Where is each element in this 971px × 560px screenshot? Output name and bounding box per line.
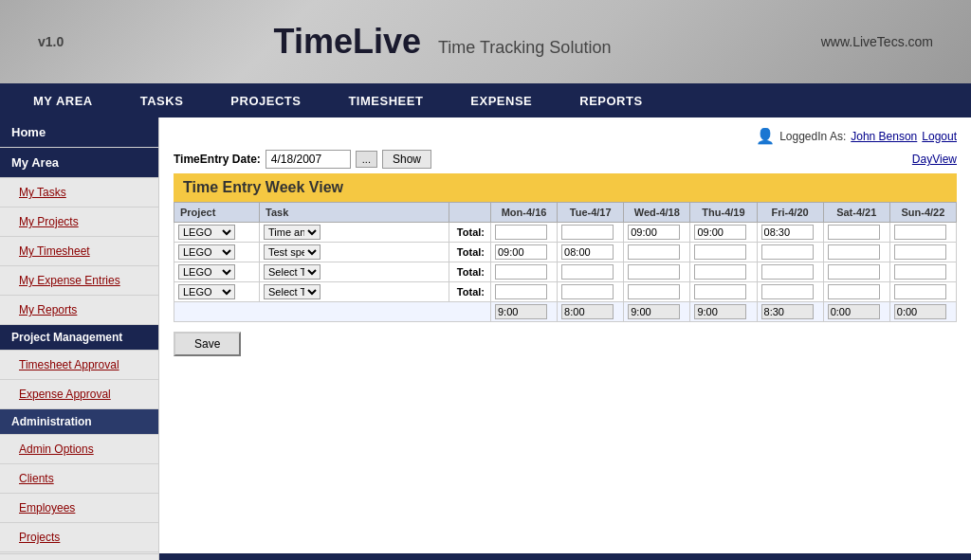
total-wed-input <box>628 304 680 319</box>
sidebar-my-tasks[interactable]: My Tasks <box>0 178 158 208</box>
table-row: LEGO Time and resource plan Total: <box>174 223 957 243</box>
user-name-link[interactable]: John Benson <box>851 130 917 143</box>
sidebar-home[interactable]: Home <box>0 117 158 148</box>
fri-input[interactable] <box>761 264 814 280</box>
fri-input[interactable] <box>761 244 814 260</box>
task-select[interactable]: Select Tasks <box>264 264 321 280</box>
calendar-button[interactable]: ... <box>356 151 377 168</box>
sun-cell <box>889 282 956 302</box>
date-bar: TimeEntry Date: ... Show DayView <box>174 150 957 169</box>
total-tue-input <box>561 304 614 319</box>
time-entry-table: Project Task Mon-4/16 Tue-4/17 Wed-4/18 … <box>174 202 957 322</box>
sun-input[interactable] <box>894 225 946 240</box>
sidebar-my-timesheet[interactable]: My Timesheet <box>0 237 158 266</box>
wed-input[interactable] <box>628 244 680 260</box>
sidebar: Home My Area My Tasks My Projects My Tim… <box>0 117 159 553</box>
project-cell: LEGO <box>174 223 260 243</box>
sidebar-timesheet-approval[interactable]: Timesheet Approval <box>0 351 158 380</box>
col-mon: Mon-4/16 <box>490 203 557 223</box>
mon-input[interactable] <box>495 264 547 280</box>
col-sun: Sun-4/22 <box>889 203 956 223</box>
tue-input[interactable] <box>561 244 614 260</box>
sat-input[interactable] <box>828 264 880 280</box>
project-select[interactable]: LEGO <box>178 225 235 240</box>
total-label: Total: <box>449 262 491 282</box>
sat-input[interactable] <box>828 244 880 260</box>
wed-input[interactable] <box>628 284 680 299</box>
main-navbar: MY AREA TASKS PROJECTS TIMESHEET EXPENSE… <box>0 83 971 117</box>
nav-tasks[interactable]: TASKS <box>117 83 208 117</box>
mon-input[interactable] <box>495 225 547 240</box>
sidebar-employees[interactable]: Employees <box>0 494 158 523</box>
total-wed <box>624 302 690 322</box>
col-tue: Tue-4/17 <box>558 203 624 223</box>
tue-input[interactable] <box>561 264 614 280</box>
thu-input[interactable] <box>694 225 746 240</box>
sat-cell <box>823 282 889 302</box>
top-bar: 👤 LoggedIn As: John Benson Logout <box>174 127 957 145</box>
tue-cell <box>558 262 624 282</box>
thu-input[interactable] <box>694 264 746 280</box>
time-entry-header: Time Entry Week View <box>174 173 957 202</box>
task-select[interactable]: Time and resource plan <box>264 225 321 240</box>
fri-input[interactable] <box>761 225 814 240</box>
sidebar-projects[interactable]: Projects <box>0 523 158 552</box>
total-sun <box>889 302 956 322</box>
mon-input[interactable] <box>495 244 547 260</box>
wed-cell <box>624 262 690 282</box>
task-select[interactable]: Test specification and plan <box>264 244 321 260</box>
wed-cell <box>624 243 690 262</box>
mon-cell <box>490 223 557 243</box>
tue-input[interactable] <box>561 225 614 240</box>
wed-input[interactable] <box>628 225 680 240</box>
day-view-link[interactable]: DayView <box>912 153 957 166</box>
show-button[interactable]: Show <box>382 150 431 169</box>
sun-cell <box>889 223 956 243</box>
sidebar-clients[interactable]: Clients <box>0 464 158 494</box>
thu-cell <box>690 262 757 282</box>
nav-projects[interactable]: PROJECTS <box>207 83 324 117</box>
nav-expense[interactable]: EXPENSE <box>447 83 556 117</box>
sat-input[interactable] <box>828 284 880 299</box>
wed-input[interactable] <box>628 264 680 280</box>
project-select[interactable]: LEGO <box>178 264 235 280</box>
save-button[interactable]: Save <box>174 332 241 356</box>
total-tue <box>558 302 624 322</box>
col-fri: Fri-4/20 <box>757 203 823 223</box>
col-sat: Sat-4/21 <box>823 203 889 223</box>
wed-cell <box>624 282 690 302</box>
sidebar-expense-approval[interactable]: Expense Approval <box>0 380 158 409</box>
sidebar-administration: Administration <box>0 409 158 435</box>
mon-input[interactable] <box>495 284 547 299</box>
thu-cell <box>690 243 757 262</box>
thu-input[interactable] <box>694 244 746 260</box>
fri-input[interactable] <box>761 284 814 299</box>
sun-input[interactable] <box>894 264 946 280</box>
nav-reports[interactable]: REPORTS <box>556 83 666 117</box>
fri-cell <box>757 262 823 282</box>
fri-cell <box>757 243 823 262</box>
sun-cell <box>889 262 956 282</box>
app-title: TimeLive Time Tracking Solution <box>274 22 612 62</box>
sun-input[interactable] <box>894 244 946 260</box>
sidebar-my-reports[interactable]: My Reports <box>0 296 158 325</box>
thu-input[interactable] <box>694 284 746 299</box>
nav-timesheet[interactable]: TIMESHEET <box>324 83 447 117</box>
sat-input[interactable] <box>828 225 880 240</box>
task-select[interactable]: Select Tasks <box>264 284 321 299</box>
date-input[interactable] <box>266 150 351 169</box>
footer-wrapper: Powered by ASP.net 2.0 🏁 Privacy Policy … <box>0 553 971 560</box>
task-cell: Time and resource plan <box>260 223 449 243</box>
logout-link[interactable]: Logout <box>922 130 957 143</box>
sidebar-my-projects[interactable]: My Projects <box>0 208 158 237</box>
footer: Privacy Policy | Terms of Use | Contact … <box>159 553 971 560</box>
sun-input[interactable] <box>894 284 946 299</box>
sidebar-admin-options[interactable]: Admin Options <box>0 435 158 464</box>
nav-my-area[interactable]: MY AREA <box>9 83 117 117</box>
tue-cell <box>558 223 624 243</box>
sidebar-my-expense-entries[interactable]: My Expense Entries <box>0 266 158 296</box>
tue-input[interactable] <box>561 284 614 299</box>
sidebar-my-area[interactable]: My Area <box>0 148 158 178</box>
project-select[interactable]: LEGO <box>178 244 235 260</box>
project-select[interactable]: LEGO <box>178 284 235 299</box>
